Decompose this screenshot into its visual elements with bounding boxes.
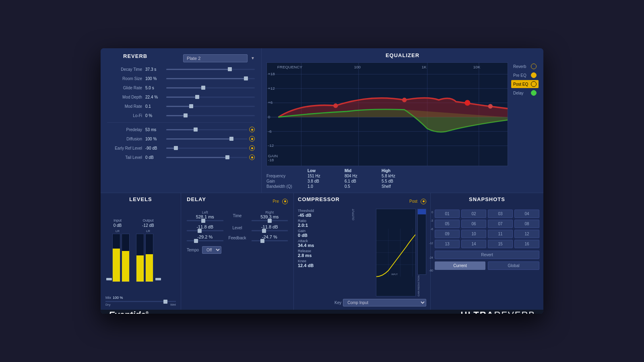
product-bold: ULTRA [461, 310, 494, 314]
delay-left-time-thumb[interactable] [201, 219, 205, 223]
eq-btn-delay[interactable]: Delay [511, 89, 539, 97]
snapshots-section: SNAPSHOTS 01 02 03 04 05 06 07 08 09 10 … [431, 193, 543, 310]
eq-btn-posteq[interactable]: Post EQ [511, 80, 539, 88]
snapshot-16[interactable]: 16 [514, 240, 539, 248]
slider-predelay[interactable] [166, 129, 248, 130]
reverb-preset-select[interactable]: Plate 2 Hall 1 Room 1 [183, 54, 248, 62]
predelay-power-btn[interactable] [249, 127, 255, 132]
eq-btn-delay-label: Delay [513, 91, 524, 95]
slider-decay[interactable] [166, 69, 255, 70]
output-fader-r[interactable] [145, 234, 153, 282]
current-button[interactable]: Current [435, 261, 485, 270]
mix-slider-thumb[interactable] [163, 300, 167, 304]
eq-delay-power[interactable] [531, 90, 537, 96]
slider-gliderate[interactable] [166, 87, 255, 88]
delay-left-time-slider[interactable] [187, 220, 223, 221]
reverb-section: REVERB Plate 2 Hall 1 Room 1 ▼ Decay Tim… [101, 48, 262, 193]
eq-btn-preeq[interactable]: Pre EQ [511, 71, 539, 79]
delay-right-label: Right [265, 210, 274, 214]
param-value-diffusion: 100 % [145, 137, 166, 141]
snapshot-08[interactable]: 08 [514, 220, 539, 228]
param-label-lofi: Lo-Fi [107, 113, 145, 118]
slider-modrate[interactable] [166, 106, 255, 107]
slider-moddepth[interactable] [166, 97, 255, 98]
snapshot-02[interactable]: 02 [461, 210, 486, 218]
eq-reverb-power[interactable] [531, 64, 537, 69]
output-fader-l[interactable] [136, 234, 144, 282]
slider-taillevel[interactable] [166, 157, 248, 158]
product-light: REVERB [494, 310, 535, 314]
delay-right-time-thumb[interactable] [268, 219, 272, 223]
delay-right-level-slider[interactable] [252, 230, 288, 231]
comp-key-select[interactable]: Comp Input Main Input Sidechain [343, 299, 426, 306]
delay-right-fb-thumb[interactable] [260, 239, 264, 243]
revert-button[interactable]: Revert [435, 251, 539, 259]
slider-roomsize[interactable] [166, 78, 255, 79]
delay-left-fb-slider[interactable] [187, 240, 223, 241]
output-value: -12 dB [142, 223, 154, 228]
eq-graph-svg[interactable]: +18 +12 +6 0 -6 -12 -18 FREQUENCY 100 1K… [266, 62, 508, 166]
svg-text:INPUT: INPUT [391, 273, 398, 276]
delay-left-level-slider[interactable] [187, 230, 223, 231]
input-fader-handle[interactable] [106, 278, 112, 280]
comp-ratio-value: 2.0:1 [298, 223, 332, 228]
footer: Eventide® ULTRAREVERB [101, 310, 543, 314]
delay-left-fb-thumb[interactable] [194, 239, 198, 243]
global-button[interactable]: Global [488, 261, 539, 270]
snapshot-04[interactable]: 04 [514, 210, 539, 218]
levels-section: LEVELS Input 0 dB LR [101, 193, 181, 310]
eq-posteq-power[interactable] [531, 81, 537, 87]
snapshot-10[interactable]: 10 [461, 230, 486, 238]
delay-left-level-thumb[interactable] [198, 229, 202, 233]
svg-point-23 [402, 98, 407, 102]
mix-slider[interactable] [105, 301, 176, 302]
input-fader-r[interactable] [122, 234, 130, 282]
snapshot-07[interactable]: 07 [488, 220, 513, 228]
snapshot-01[interactable]: 01 [435, 210, 460, 218]
delay-left-feedback: -29.2 % [197, 234, 213, 239]
taillevel-power-btn[interactable] [249, 154, 255, 160]
delay-right-level-thumb[interactable] [262, 229, 266, 233]
snapshot-15[interactable]: 15 [488, 240, 513, 248]
snapshot-12[interactable]: 12 [514, 230, 539, 238]
snapshot-05[interactable]: 05 [435, 220, 460, 228]
eq-preeq-power[interactable] [531, 72, 537, 78]
delay-right-time-col: Right 539.3 ms [252, 210, 288, 221]
diffusion-power-btn[interactable] [249, 136, 255, 142]
snapshot-06[interactable]: 06 [461, 220, 486, 228]
output-meter-group: Output -12 dB LR [136, 218, 160, 282]
param-label-moddepth: Mod Depth [107, 95, 145, 99]
param-row-moddepth: Mod Depth 22.4 % [107, 93, 255, 101]
earlyref-power-btn[interactable] [249, 145, 255, 151]
eq-freq-mid: 804 Hz [345, 174, 381, 178]
eq-data-table: Low Mid High Frequency 151 Hz 804 Hz 5.8… [266, 169, 539, 189]
delay-feedback-row: -29.2 % Feedback -24.7 % [187, 234, 288, 241]
comp-attack-value: 34.4 ms [298, 243, 332, 248]
snapshot-13[interactable]: 13 [435, 240, 460, 248]
eq-th-param [266, 169, 307, 173]
slider-diffusion[interactable] [166, 138, 248, 140]
input-fader-l[interactable] [112, 234, 120, 282]
top-row: REVERB Plate 2 Hall 1 Room 1 ▼ Decay Tim… [101, 48, 543, 193]
eq-graph-wrapper: +18 +12 +6 0 -6 -12 -18 FREQUENCY 100 1K… [266, 62, 508, 166]
snapshot-03[interactable]: 03 [488, 210, 513, 218]
eq-row-freq-label: Frequency [266, 174, 307, 178]
slider-earlyref[interactable] [166, 148, 248, 149]
comp-graph-svg[interactable]: INPUT [376, 209, 416, 296]
output-fader-handle[interactable] [155, 278, 161, 280]
snapshot-grid: 01 02 03 04 05 06 07 08 09 10 11 12 13 1… [435, 210, 539, 248]
slider-lofi[interactable] [166, 115, 255, 116]
comp-post-power-btn[interactable] [421, 199, 426, 204]
svg-point-22 [333, 103, 338, 108]
delay-pre-power-btn[interactable] [282, 199, 288, 204]
delay-tempo-select[interactable]: Off 1/4 1/8 [202, 246, 221, 254]
delay-right-time-slider[interactable] [252, 220, 288, 221]
product-name: ULTRAREVERB [461, 310, 535, 314]
eq-bw-high: Shelf [382, 184, 418, 189]
eq-btn-reverb[interactable]: Reverb [511, 62, 539, 70]
snapshot-11[interactable]: 11 [488, 230, 513, 238]
snapshot-09[interactable]: 09 [435, 230, 460, 238]
eq-freq-high: 5.8 kHz [382, 174, 418, 178]
snapshot-14[interactable]: 14 [461, 240, 486, 248]
delay-right-fb-slider[interactable] [252, 240, 288, 241]
